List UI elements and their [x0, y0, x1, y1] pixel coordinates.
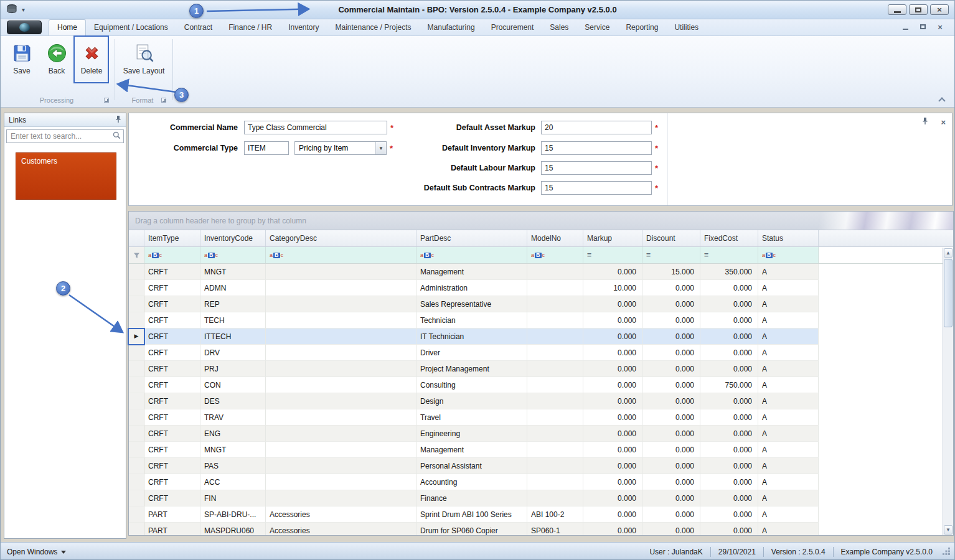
cell-partdesc[interactable]: Management: [416, 264, 527, 280]
cell-partdesc[interactable]: Technician: [416, 312, 527, 329]
cell-status[interactable]: A: [758, 393, 819, 409]
table-row[interactable]: CRFTTECHTechnician0.0000.0000.000A: [129, 312, 953, 329]
collapse-ribbon-icon[interactable]: [938, 96, 946, 103]
tab-service[interactable]: Service: [576, 20, 618, 35]
cell-discount[interactable]: 0.000: [642, 377, 700, 393]
cell-inventorycode[interactable]: DRV: [200, 345, 266, 361]
cell-status[interactable]: A: [758, 345, 819, 361]
row-indicator[interactable]: [129, 393, 144, 409]
cell-markup[interactable]: 0.000: [583, 523, 642, 535]
table-row[interactable]: CRFTCONConsulting0.0000.000750.000A: [129, 377, 953, 393]
row-indicator[interactable]: [129, 409, 144, 426]
filter-cell-fixedcost[interactable]: =: [700, 247, 758, 263]
cell-fixedcost[interactable]: 0.000: [700, 426, 758, 442]
row-indicator[interactable]: [129, 490, 144, 506]
row-indicator[interactable]: [129, 426, 144, 442]
cell-discount[interactable]: 0.000: [642, 426, 700, 442]
cell-itemtype[interactable]: CRFT: [144, 458, 200, 474]
vertical-scrollbar[interactable]: ▲ ▼: [943, 248, 953, 535]
filter-cell-inventorycode[interactable]: aBc: [200, 247, 266, 263]
cell-inventorycode[interactable]: ADMN: [200, 280, 266, 296]
cell-inventorycode[interactable]: ITTECH: [200, 329, 266, 345]
open-windows-button[interactable]: Open Windows: [7, 548, 66, 556]
table-row[interactable]: CRFTMNGTManagement0.00015.000350.000A: [129, 264, 953, 280]
tab-sales[interactable]: Sales: [542, 20, 576, 35]
cell-itemtype[interactable]: CRFT: [144, 329, 200, 345]
cell-partdesc[interactable]: Administration: [416, 280, 527, 296]
cell-fixedcost[interactable]: 0.000: [700, 409, 758, 426]
column-header-markup[interactable]: Markup: [583, 230, 642, 246]
cell-modelno[interactable]: [527, 409, 583, 426]
cell-modelno[interactable]: [527, 490, 583, 506]
cell-discount[interactable]: 0.000: [642, 523, 700, 535]
cell-discount[interactable]: 0.000: [642, 490, 700, 506]
cell-fixedcost[interactable]: 0.000: [700, 345, 758, 361]
cell-markup[interactable]: 0.000: [583, 490, 642, 506]
cell-modelno[interactable]: [527, 458, 583, 474]
row-indicator[interactable]: [129, 458, 144, 474]
table-row[interactable]: CRFTACCAccounting0.0000.0000.000A: [129, 474, 953, 490]
cell-partdesc[interactable]: Management: [416, 442, 527, 458]
customers-tile[interactable]: Customers: [16, 152, 116, 200]
cell-fixedcost[interactable]: 0.000: [700, 280, 758, 296]
tab-manufacturing[interactable]: Manufacturing: [420, 20, 483, 35]
cell-modelno[interactable]: [527, 280, 583, 296]
cell-discount[interactable]: 0.000: [642, 393, 700, 409]
cell-itemtype[interactable]: CRFT: [144, 345, 200, 361]
resize-grip[interactable]: [943, 548, 951, 556]
tab-maintenance-projects[interactable]: Maintenance / Projects: [327, 20, 420, 35]
cell-categorydesc[interactable]: Accessories: [266, 506, 416, 523]
cell-itemtype[interactable]: CRFT: [144, 280, 200, 296]
column-header-fixedcost[interactable]: FixedCost: [700, 230, 758, 246]
cell-itemtype[interactable]: PART: [144, 506, 200, 523]
cell-modelno[interactable]: ABI 100-2: [527, 506, 583, 523]
cell-categorydesc[interactable]: [266, 312, 416, 329]
cell-categorydesc[interactable]: [266, 296, 416, 312]
cell-itemtype[interactable]: CRFT: [144, 264, 200, 280]
scroll-down-icon[interactable]: ▼: [944, 525, 953, 534]
cell-modelno[interactable]: [527, 442, 583, 458]
cell-itemtype[interactable]: CRFT: [144, 312, 200, 329]
cell-discount[interactable]: 15.000: [642, 264, 700, 280]
column-header-categorydesc[interactable]: CategoryDesc: [266, 230, 416, 246]
back-button[interactable]: Back: [40, 39, 73, 86]
cell-modelno[interactable]: [527, 345, 583, 361]
cell-categorydesc[interactable]: [266, 361, 416, 377]
table-row[interactable]: CRFTTRAVTravel0.0000.0000.000A: [129, 409, 953, 426]
cell-markup[interactable]: 0.000: [583, 264, 642, 280]
tab-contract[interactable]: Contract: [176, 20, 220, 35]
cell-itemtype[interactable]: CRFT: [144, 474, 200, 490]
row-indicator[interactable]: [129, 361, 144, 377]
cell-markup[interactable]: 0.000: [583, 345, 642, 361]
cell-markup[interactable]: 10.000: [583, 280, 642, 296]
cell-markup[interactable]: 0.000: [583, 312, 642, 329]
cell-fixedcost[interactable]: 0.000: [700, 312, 758, 329]
cell-itemtype[interactable]: CRFT: [144, 409, 200, 426]
cell-partdesc[interactable]: Design: [416, 393, 527, 409]
cell-inventorycode[interactable]: CON: [200, 377, 266, 393]
column-header-itemtype[interactable]: ItemType: [144, 230, 200, 246]
cell-fixedcost[interactable]: 0.000: [700, 296, 758, 312]
cell-categorydesc[interactable]: [266, 458, 416, 474]
cell-status[interactable]: A: [758, 361, 819, 377]
cell-modelno[interactable]: [527, 426, 583, 442]
cell-partdesc[interactable]: Project Management: [416, 361, 527, 377]
cell-discount[interactable]: 0.000: [642, 296, 700, 312]
group-by-bar[interactable]: Drag a column header here to group by th…: [129, 212, 953, 230]
cell-itemtype[interactable]: CRFT: [144, 377, 200, 393]
tab-home[interactable]: Home: [49, 19, 86, 35]
table-row[interactable]: CRFTPASPersonal Assistant0.0000.0000.000…: [129, 458, 953, 474]
cell-discount[interactable]: 0.000: [642, 506, 700, 523]
cell-fixedcost[interactable]: 0.000: [700, 506, 758, 523]
cell-status[interactable]: A: [758, 490, 819, 506]
cell-inventorycode[interactable]: REP: [200, 296, 266, 312]
tab-equipment-locations[interactable]: Equipment / Locations: [86, 20, 176, 35]
cell-discount[interactable]: 0.000: [642, 361, 700, 377]
filter-cell-discount[interactable]: =: [642, 247, 700, 263]
table-row[interactable]: CRFTADMNAdministration10.0000.0000.000A: [129, 280, 953, 296]
cell-partdesc[interactable]: Accounting: [416, 474, 527, 490]
cell-modelno[interactable]: [527, 296, 583, 312]
close-panel-icon[interactable]: ×: [941, 118, 946, 126]
cell-markup[interactable]: 0.000: [583, 506, 642, 523]
scrollbar-thumb[interactable]: [944, 259, 953, 327]
